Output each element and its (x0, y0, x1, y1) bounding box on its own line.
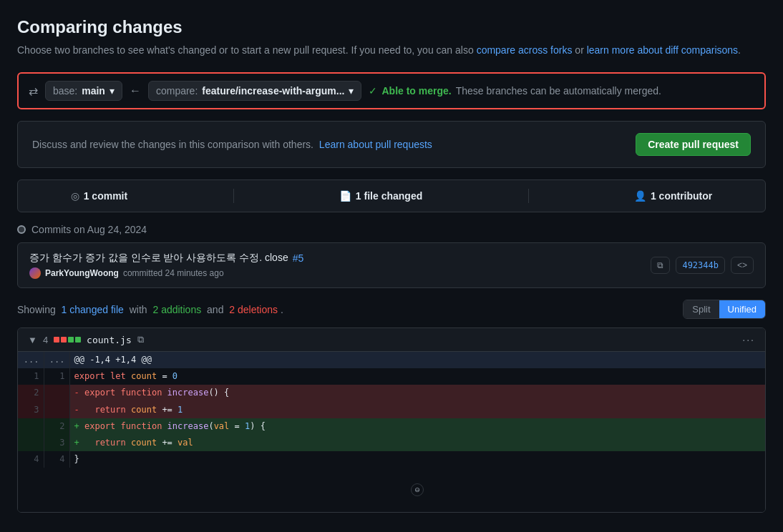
person-icon: 👤 (634, 190, 646, 202)
line-num-old: ... (18, 352, 44, 368)
learn-more-link[interactable]: learn more about diff comparisons (587, 44, 738, 56)
collapse-chevron[interactable]: ▼ (28, 335, 37, 345)
line-num-old: 4 (18, 451, 44, 468)
page-title: Comparing changes (17, 17, 766, 37)
contributors-stat: 👤 1 contributor (634, 190, 712, 202)
timeline-dot (17, 225, 26, 234)
create-pr-button[interactable]: Create pull request (636, 133, 751, 156)
files-count: 1 file changed (356, 190, 422, 202)
stat-divider-2 (528, 189, 529, 203)
files-stat: 📄 1 file changed (339, 190, 422, 202)
commits-section: Commits on Aug 24, 2024 증가 함수가 증가 값을 인수로… (17, 224, 766, 288)
compare-branch-select[interactable]: compare: feature/increase-with-argum... … (148, 81, 362, 101)
commit-message: 증가 함수가 증가 값을 인수로 받아 사용하도록 수정. close #5 (29, 252, 303, 265)
split-view-button[interactable]: Split (684, 300, 719, 318)
compare-label: compare: (156, 85, 198, 97)
line-num-new (44, 385, 69, 401)
table-row: ⊖ (18, 468, 765, 512)
deletions-count: 2 deletions (229, 304, 278, 315)
file-name: count.js (87, 335, 132, 345)
commit-meta: ParkYoungWoong committed 24 minutes ago (29, 267, 303, 279)
changed-file-link[interactable]: 1 changed file (62, 304, 124, 315)
line-num-old (18, 435, 44, 451)
line-code: export let count = 0 (69, 368, 765, 385)
hunk-header: @@ -1,4 +1,4 @@ (69, 352, 765, 368)
info-banner-text: Discuss and review the changes in this c… (32, 139, 432, 150)
additions-count: 2 additions (152, 304, 201, 315)
file-copy-button[interactable]: ⧉ (137, 334, 144, 345)
diff-dot-2 (61, 337, 67, 343)
line-num-old (18, 418, 44, 435)
table-row: 3 + return count += val (18, 435, 765, 451)
line-code: } (69, 451, 765, 468)
diff-summary-text: Showing 1 changed file with 2 additions … (17, 304, 283, 315)
commit-icon: ◎ (71, 190, 79, 202)
commit-author-link[interactable]: ParkYoungWoong (45, 268, 119, 278)
unified-view-button[interactable]: Unified (719, 300, 765, 318)
commits-count: 1 commit (84, 190, 127, 202)
table-row: 1 1 export let count = 0 (18, 368, 765, 385)
table-row: 2 - export function increase() { (18, 385, 765, 401)
file-icon: 📄 (339, 190, 351, 202)
diff-table: ... ... @@ -1,4 +1,4 @@ 1 1 export let c… (18, 352, 765, 512)
compare-forks-link[interactable]: compare across forks (477, 44, 573, 56)
diff-dot-4 (75, 337, 81, 343)
merge-able-text: Able to merge. (381, 85, 451, 97)
line-code: - export function increase() { (69, 385, 765, 401)
compare-icon: ⇄ (29, 84, 38, 98)
table-row: 2 + export function increase(val = 1) { (18, 418, 765, 435)
line-num-old: 2 (18, 385, 44, 401)
chevron-down-icon: ▾ (110, 85, 115, 97)
check-icon: ✓ (369, 85, 377, 97)
table-row: 4 4 } (18, 451, 765, 468)
commit-item: 증가 함수가 증가 값을 인수로 받아 사용하도록 수정. close #5 P… (17, 242, 766, 288)
file-diff-header: ▼ 4 count.js ⧉ ··· (18, 328, 765, 352)
commit-hash: 492344b (676, 257, 725, 274)
base-branch-value: main (82, 85, 105, 97)
commit-info: 증가 함수가 증가 값을 인수로 받아 사용하도록 수정. close #5 P… (29, 252, 303, 279)
page-subtitle: Choose two branches to see what's change… (17, 43, 766, 58)
commit-actions: ⧉ 492344b <> (651, 257, 754, 274)
learn-pr-link[interactable]: Learn about pull requests (319, 139, 432, 150)
compare-branch-value: feature/increase-with-argum... (202, 85, 344, 97)
line-code: - return count += 1 (69, 402, 765, 418)
merge-status: ✓ Able to merge. These branches can be a… (369, 85, 661, 97)
info-banner: Discuss and review the changes in this c… (17, 121, 766, 168)
compare-bar: ⇄ base: main ▾ ← compare: feature/increa… (17, 72, 766, 109)
base-branch-select[interactable]: base: main ▾ (45, 81, 122, 101)
line-num-new: 1 (44, 368, 69, 385)
commit-issue-link[interactable]: #5 (293, 252, 304, 264)
table-row: 3 - return count += 1 (18, 402, 765, 418)
commits-date: Commits on Aug 24, 2024 (31, 224, 147, 235)
line-num-new (44, 402, 69, 418)
stats-bar: ◎ 1 commit 📄 1 file changed 👤 1 contribu… (17, 179, 766, 212)
line-num-new: 3 (44, 435, 69, 451)
diff-dot-1 (54, 337, 59, 343)
line-num-old: 3 (18, 402, 44, 418)
collapse-row: ⊖ (18, 468, 765, 512)
view-toggle: Split Unified (683, 300, 766, 319)
copy-hash-button[interactable]: ⧉ (651, 257, 670, 274)
expand-icon[interactable]: ⊖ (411, 483, 424, 496)
commits-date-header: Commits on Aug 24, 2024 (17, 224, 766, 235)
commits-stat: ◎ 1 commit (71, 190, 127, 202)
chevron-down-icon-2: ▾ (349, 85, 354, 97)
diff-dot-3 (68, 337, 74, 343)
line-code: + return count += val (69, 435, 765, 451)
file-header-left: ▼ 4 count.js ⧉ (28, 334, 144, 345)
contributors-count: 1 contributor (651, 190, 712, 202)
diff-summary: Showing 1 changed file with 2 additions … (17, 300, 766, 319)
line-num-new: 4 (44, 451, 69, 468)
line-num-new: ... (44, 352, 69, 368)
line-code: + export function increase(val = 1) { (69, 418, 765, 435)
avatar (29, 267, 41, 279)
browse-code-button[interactable]: <> (731, 257, 754, 274)
merge-desc-text: These branches can be automatically merg… (456, 85, 661, 97)
diff-dots (54, 337, 81, 343)
base-label: base: (53, 85, 77, 97)
file-more-options[interactable]: ··· (742, 334, 755, 345)
arrow-left-icon: ← (130, 84, 141, 97)
file-line-count: 4 (43, 335, 48, 345)
table-row: ... ... @@ -1,4 +1,4 @@ (18, 352, 765, 368)
stat-divider-1 (233, 189, 234, 203)
